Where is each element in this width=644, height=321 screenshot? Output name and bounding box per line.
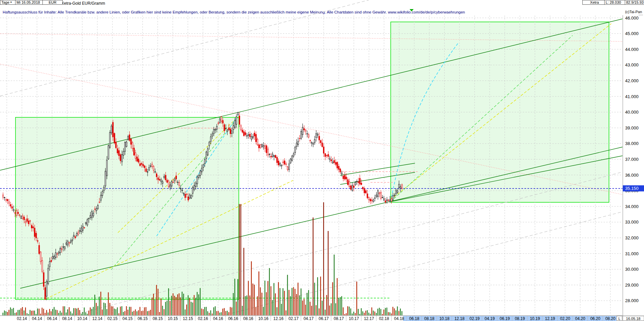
y-axis-label: 42.000 xyxy=(625,78,639,83)
x-axis-label: 06.20 xyxy=(590,316,600,321)
y-axis-label: 46.000 xyxy=(625,16,639,21)
x-axis-label: 10.18 xyxy=(439,316,449,321)
x-axis-label: 12.18 xyxy=(454,316,464,321)
x-axis-label: 06.18 xyxy=(409,316,419,321)
x-axis-label: 04.17 xyxy=(303,316,314,321)
y-axis-label: 31.000 xyxy=(625,251,639,256)
x-axis-label: 08.15 xyxy=(153,316,163,321)
low-flag-label: L xyxy=(618,317,620,321)
x-axis-label: 10.16 xyxy=(258,316,268,321)
x-axis-label: 12.16 xyxy=(273,316,284,321)
x-axis-label: 02.14 xyxy=(17,316,27,321)
x-axis-label: 02.15 xyxy=(107,316,118,321)
x-axis-label: 02.17 xyxy=(288,316,298,321)
x-axis-label: 08.19 xyxy=(515,316,525,321)
x-axis-label: 04.19 xyxy=(485,316,495,321)
y-axis-label: 28.000 xyxy=(625,298,639,303)
y-axis-label: 34.000 xyxy=(625,204,639,209)
x-axis-label: 10.19 xyxy=(530,316,540,321)
x-axis-label: 02.20 xyxy=(560,316,570,321)
x-axis-label: 10.14 xyxy=(77,316,87,321)
y-axis-label: 40.000 xyxy=(625,110,639,115)
y-axis-label: 45.000 xyxy=(625,31,639,36)
x-axis-label: 06.14 xyxy=(47,316,57,321)
y-axis-label: 29.000 xyxy=(625,283,639,288)
y-axis-label: 38.000 xyxy=(625,141,639,146)
x-axis-label: 04.16 xyxy=(213,316,223,321)
x-axis-label: 12.15 xyxy=(183,316,193,321)
trend-channel-boxes xyxy=(15,22,609,299)
y-axis-label: 30.000 xyxy=(625,267,639,272)
x-axis-label: 10.17 xyxy=(349,316,359,321)
last-price-marker-label: 35.150 xyxy=(625,186,639,191)
chart-canvas[interactable]: 02.1404.1406.1408.1410.1412.1402.1504.15… xyxy=(0,0,644,321)
signal-marker-icon xyxy=(410,9,414,11)
x-axis-label: 08.18 xyxy=(424,316,434,321)
x-axis-label: 08.16 xyxy=(243,316,253,321)
y-axis-label: 33.000 xyxy=(625,220,639,225)
x-axis-label: 04.15 xyxy=(123,316,133,321)
x-axis-label: 02.19 xyxy=(470,316,480,321)
x-axis-label: 12.19 xyxy=(545,316,555,321)
x-axis-label: 10.15 xyxy=(168,316,178,321)
x-axis-label: 06.16 xyxy=(228,316,238,321)
y-axis-label: 44.000 xyxy=(625,47,639,52)
y-axis-label: 36.000 xyxy=(625,173,639,178)
x-axis-label: 08.14 xyxy=(62,316,72,321)
last-date-label: 16.05.18 xyxy=(626,317,641,321)
y-axis-label: 41.000 xyxy=(625,94,639,99)
x-axis-strip: 02.1404.1406.1408.1410.1412.1402.1504.15… xyxy=(0,316,644,321)
bottom-right-cells: L16.05.18 xyxy=(617,316,644,321)
y-axis-label: 39.000 xyxy=(625,125,639,130)
y-axis-label: 37.000 xyxy=(625,157,639,162)
x-axis-label: 06.15 xyxy=(137,316,148,321)
x-axis-label: 06.19 xyxy=(500,316,510,321)
x-axis-label: 08.20 xyxy=(605,316,615,321)
x-axis-label: 04.20 xyxy=(575,316,585,321)
x-axis-label: 02.16 xyxy=(198,316,208,321)
x-axis-label: 04.14 xyxy=(32,316,42,321)
price-axis: 46.00045.00044.00043.00042.00041.00040.0… xyxy=(623,15,644,316)
x-axis-label: 12.17 xyxy=(364,316,374,321)
chart-application-window: 1148 ▾ Di 29.10.2013 A0S9GB Xetra-Gold E… xyxy=(0,0,644,321)
x-axis-label: 12.14 xyxy=(92,316,102,321)
x-axis-label: 04.18 xyxy=(394,316,404,321)
x-axis-label: 08.17 xyxy=(334,316,344,321)
y-axis-label: 32.000 xyxy=(625,235,639,240)
y-axis-label: 43.000 xyxy=(625,62,639,67)
x-axis-label: 06.17 xyxy=(319,316,329,321)
x-axis-label: 02.18 xyxy=(379,316,389,321)
